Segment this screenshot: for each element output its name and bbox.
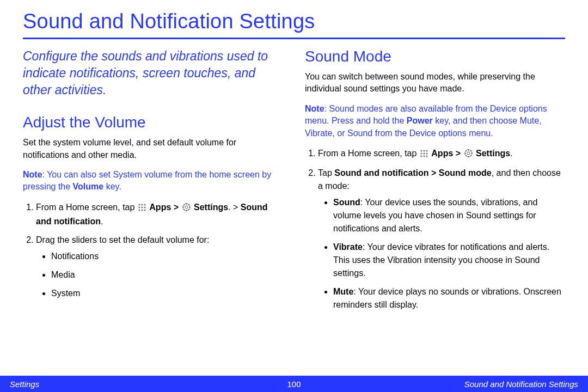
title-rule xyxy=(23,38,565,39)
bullet-media: Media xyxy=(51,268,283,281)
svg-point-20 xyxy=(423,150,425,151)
note-text-post: key. xyxy=(103,182,121,191)
step-1: From a Home screen, tap Apps > Settings.… xyxy=(36,201,283,228)
heading-adjust-volume: Adjust the Volume xyxy=(23,114,283,131)
svg-point-2 xyxy=(144,204,145,205)
svg-point-3 xyxy=(138,206,140,208)
step1-pre: From a Home screen, tap xyxy=(36,203,137,212)
svg-point-1 xyxy=(141,204,143,205)
mode-sound-label: Sound xyxy=(333,198,360,207)
adjust-volume-desc: Set the system volume level, and set def… xyxy=(23,137,283,161)
svg-point-22 xyxy=(420,152,422,154)
step1-settings: Settings xyxy=(194,203,228,212)
svg-point-25 xyxy=(420,155,422,157)
mode-vibrate: Vibrate: Your device vibrates for notifi… xyxy=(333,241,565,280)
mode-vibrate-label: Vibrate xyxy=(333,242,363,252)
settings-icon xyxy=(182,202,191,215)
adjust-volume-note: Note: You can also set System volume fro… xyxy=(23,169,283,193)
step1-apps: Apps > xyxy=(149,203,181,212)
svg-point-29 xyxy=(467,152,470,155)
note-text-pre: : You can also set System volume from th… xyxy=(23,170,271,191)
apps-icon xyxy=(138,202,146,215)
mode-sound-text: : Your device uses the sounds, vibration… xyxy=(333,198,537,233)
svg-point-4 xyxy=(141,206,143,208)
svg-point-26 xyxy=(423,155,425,157)
step1-post1: . > xyxy=(228,203,241,212)
apps-icon xyxy=(420,148,428,161)
svg-point-19 xyxy=(420,150,422,151)
mode-vibrate-text: : Your device vibrates for notifications… xyxy=(333,242,549,278)
page-title: Sound and Notification Settings xyxy=(23,10,565,38)
mode-sound: Sound: Your device uses the sounds, vibr… xyxy=(333,196,565,235)
footer-right: Sound and Notification Settings xyxy=(464,379,578,389)
step2-text: Drag the sliders to set the default volu… xyxy=(36,235,209,244)
sound-mode-note: Note: Sound modes are also available fro… xyxy=(305,103,565,139)
sm-step1-post: . xyxy=(510,149,512,158)
step-2: Drag the sliders to set the default volu… xyxy=(36,234,283,300)
bullet-notifications: Notifications xyxy=(51,250,283,263)
page-footer: Settings 100 Sound and Notification Sett… xyxy=(0,376,588,392)
svg-point-24 xyxy=(426,152,427,154)
svg-point-0 xyxy=(138,204,140,205)
sm-step-1: From a Home screen, tap Apps > Settings. xyxy=(318,147,565,161)
sm-step2-bold: Sound and notification > Sound mode xyxy=(334,168,491,177)
sm-step1-pre: From a Home screen, tap xyxy=(318,149,419,158)
svg-point-21 xyxy=(426,150,427,151)
sm-step-2: Tap Sound and notification > Sound mode,… xyxy=(318,167,565,311)
heading-sound-mode: Sound Mode xyxy=(305,48,565,65)
two-column-layout: Configure the sounds and vibrations used… xyxy=(23,48,565,317)
svg-point-10 xyxy=(185,206,188,209)
mode-mute-text: : Your device plays no sounds or vibrati… xyxy=(333,287,561,309)
left-column: Configure the sounds and vibrations used… xyxy=(23,48,283,317)
svg-point-8 xyxy=(144,209,145,211)
right-column: Sound Mode You can switch between sound … xyxy=(305,48,565,317)
sound-mode-desc: You can switch between sound modes, whil… xyxy=(305,71,565,95)
step1-post2: . xyxy=(101,217,103,226)
svg-point-7 xyxy=(141,209,143,211)
bullet-system: System xyxy=(51,287,283,300)
intro-text: Configure the sounds and vibrations used… xyxy=(23,48,283,99)
footer-page-number: 100 xyxy=(287,379,301,389)
svg-point-6 xyxy=(138,209,140,211)
sm-step1-settings: Settings xyxy=(476,149,510,158)
sm-step1-apps: Apps > xyxy=(431,149,463,158)
volume-slider-list: Notifications Media System xyxy=(36,250,283,300)
note-label: Note xyxy=(23,170,42,179)
mode-mute: Mute: Your device plays no sounds or vib… xyxy=(333,285,565,311)
note-label-2: Note xyxy=(305,104,324,113)
svg-point-27 xyxy=(426,155,427,157)
svg-point-5 xyxy=(144,206,145,208)
mode-mute-label: Mute xyxy=(333,287,353,296)
sm-step2-pre: Tap xyxy=(318,168,334,177)
note-bold-volume: Volume xyxy=(73,182,104,191)
sound-mode-list: Sound: Your device uses the sounds, vibr… xyxy=(318,196,565,311)
note2-bold-power: Power xyxy=(407,116,433,125)
sound-mode-steps: From a Home screen, tap Apps > Settings.… xyxy=(305,147,565,311)
settings-icon xyxy=(464,148,473,161)
adjust-volume-steps: From a Home screen, tap Apps > Settings.… xyxy=(23,201,283,300)
svg-point-23 xyxy=(423,152,425,154)
footer-left: Settings xyxy=(10,379,39,389)
